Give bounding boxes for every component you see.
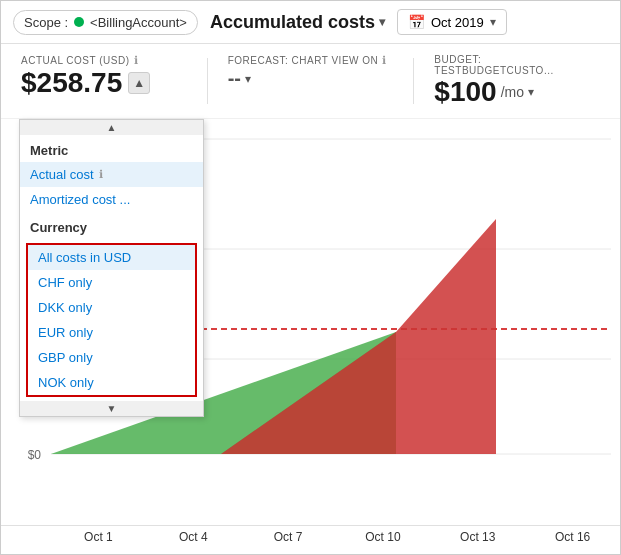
currency-section-label: Currency bbox=[20, 212, 203, 239]
scope-dot bbox=[74, 17, 84, 27]
forecast-value: -- ▾ bbox=[228, 67, 394, 90]
actual-cost-dropdown-info-icon[interactable]: ℹ bbox=[99, 168, 103, 181]
stats-row: ACTUAL COST (USD) ℹ $258.75 ▲ FORECAST: … bbox=[1, 44, 620, 119]
date-label: Oct 2019 bbox=[431, 15, 484, 30]
header: Scope : <BillingAccount> Accumulated cos… bbox=[1, 1, 620, 44]
metric-dropdown: ▲ Metric Actual cost ℹ Amortized cost ..… bbox=[19, 119, 204, 417]
currency-dkk-item[interactable]: DKK only bbox=[28, 295, 195, 320]
date-chevron-icon: ▾ bbox=[490, 15, 496, 29]
currency-nok-item[interactable]: NOK only bbox=[28, 370, 195, 395]
x-label-oct13: Oct 13 bbox=[430, 530, 525, 544]
x-label-oct4: Oct 4 bbox=[146, 530, 241, 544]
view-selector[interactable]: Accumulated costs ▾ bbox=[210, 12, 385, 33]
x-label-oct16: Oct 16 bbox=[525, 530, 620, 544]
actual-cost-info-icon[interactable]: ℹ bbox=[134, 54, 139, 67]
svg-text:$0: $0 bbox=[28, 448, 42, 462]
currency-eur-item[interactable]: EUR only bbox=[28, 320, 195, 345]
date-selector[interactable]: 📅 Oct 2019 ▾ bbox=[397, 9, 507, 35]
currency-chf-item[interactable]: CHF only bbox=[28, 270, 195, 295]
actual-cost-label: ACTUAL COST (USD) ℹ bbox=[21, 54, 187, 67]
view-chevron-icon: ▾ bbox=[379, 15, 385, 29]
scope-selector[interactable]: Scope : <BillingAccount> bbox=[13, 10, 198, 35]
currency-section: All costs in USD CHF only DKK only EUR o… bbox=[26, 243, 197, 397]
header-title: Accumulated costs bbox=[210, 12, 375, 33]
budget-block: BUDGET: TESTBUDGETCUSTO... $100 /mo ▾ bbox=[434, 54, 600, 108]
budget-chevron-icon: ▾ bbox=[528, 85, 534, 99]
scope-label: Scope : bbox=[24, 15, 68, 30]
forecast-info-icon[interactable]: ℹ bbox=[382, 54, 387, 67]
main-area: $50 $0 Oct 1 Oct 4 Oct 7 Oct 10 Oct 13 O… bbox=[1, 119, 620, 548]
forecast-chevron-icon: ▾ bbox=[245, 72, 251, 86]
budget-label: BUDGET: TESTBUDGETCUSTO... bbox=[434, 54, 600, 76]
calendar-icon: 📅 bbox=[408, 14, 425, 30]
actual-cost-value: $258.75 ▲ bbox=[21, 67, 187, 99]
metric-amortized-cost-item[interactable]: Amortized cost ... bbox=[20, 187, 203, 212]
scroll-down-button[interactable]: ▼ bbox=[20, 401, 203, 416]
metric-section-label: Metric bbox=[20, 135, 203, 162]
budget-value: $100 /mo ▾ bbox=[434, 76, 600, 108]
metric-actual-cost-item[interactable]: Actual cost ℹ bbox=[20, 162, 203, 187]
scope-value: <BillingAccount> bbox=[90, 15, 187, 30]
stat-divider-1 bbox=[207, 58, 208, 104]
scroll-up-button[interactable]: ▲ bbox=[20, 120, 203, 135]
x-label-oct7: Oct 7 bbox=[241, 530, 336, 544]
forecast-label: FORECAST: CHART VIEW ON ℹ bbox=[228, 54, 394, 67]
x-label-oct10: Oct 10 bbox=[335, 530, 430, 544]
currency-usd-item[interactable]: All costs in USD bbox=[28, 245, 195, 270]
currency-gbp-item[interactable]: GBP only bbox=[28, 345, 195, 370]
x-axis: Oct 1 Oct 4 Oct 7 Oct 10 Oct 13 Oct 16 bbox=[1, 525, 620, 548]
collapse-toggle-button[interactable]: ▲ bbox=[128, 72, 150, 94]
stat-divider-2 bbox=[413, 58, 414, 104]
forecast-block: FORECAST: CHART VIEW ON ℹ -- ▾ bbox=[228, 54, 394, 90]
actual-cost-block: ACTUAL COST (USD) ℹ $258.75 ▲ bbox=[21, 54, 187, 99]
x-label-oct1: Oct 1 bbox=[51, 530, 146, 544]
